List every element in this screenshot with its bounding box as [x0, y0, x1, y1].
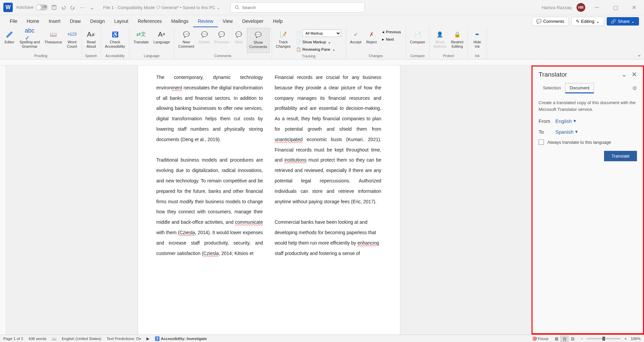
text-predictions-status[interactable]: Text Predictions: On	[107, 337, 141, 341]
wordcount-button[interactable]: ≡123Word Count	[65, 28, 80, 53]
language-group-label: Language	[144, 53, 159, 58]
language-status[interactable]: English (United States)	[62, 337, 101, 341]
show-comments-button[interactable]: 💬Show Comments	[247, 28, 269, 53]
zoom-slider[interactable]	[587, 338, 620, 339]
autosave-toggle[interactable]: AutoSave	[16, 4, 48, 10]
track-changes-button[interactable]: 📝Track Changes	[274, 28, 293, 53]
markup-select[interactable]: 📄 All Markup	[294, 29, 343, 38]
editor-button[interactable]: Editor	[2, 28, 17, 53]
tab-layout[interactable]: Layout	[109, 16, 133, 27]
column-2[interactable]: Financial records are crucial for any bu…	[275, 72, 381, 335]
toggle-switch[interactable]	[36, 4, 48, 10]
accept-button[interactable]: ✓Accept	[348, 28, 364, 53]
editing-button[interactable]: ✎ Editing ⌄	[571, 17, 604, 26]
user-avatar[interactable]: HR	[577, 3, 585, 12]
tab-design[interactable]: Design	[86, 16, 110, 27]
block-authors-button: 👤Block Authors	[431, 28, 448, 53]
save-icon[interactable]	[51, 4, 57, 10]
language-label: Language	[153, 40, 170, 44]
spell-check-icon[interactable]: 📖	[52, 336, 56, 341]
share-button[interactable]: 🔗 Share ⌄	[607, 17, 639, 26]
accessibility-status[interactable]: ♿ Accessibility: Investigate	[155, 336, 207, 341]
tab-draw[interactable]: Draw	[65, 16, 86, 27]
minimize-icon[interactable]: ─	[590, 2, 604, 12]
accessibility-group-label: Accessibility	[105, 53, 125, 58]
collapse-ribbon-icon[interactable]: ⌄	[637, 51, 641, 58]
zoom-out-icon[interactable]: −	[581, 337, 583, 341]
vertical-ruler[interactable]	[0, 66, 6, 335]
show-markup-item[interactable]: 📄 Show Markup ⌄	[294, 39, 343, 45]
ink-group-label: Ink	[475, 53, 479, 58]
thesaurus-button[interactable]: 📖Thesaurus	[43, 28, 64, 53]
tab-help[interactable]: Help	[268, 16, 287, 27]
tab-home[interactable]: Home	[22, 16, 44, 27]
qat-dropdown-icon[interactable]: ⌄	[89, 4, 95, 10]
tab-mailings[interactable]: Mailings	[167, 16, 193, 27]
text: Financial records are crucial for any bu…	[275, 75, 381, 132]
maximize-icon[interactable]: ▢	[609, 2, 622, 12]
prev-change-item[interactable]: ◂ Previous	[380, 29, 403, 35]
restrict-editing-button[interactable]: 🔒Restrict Editing	[449, 28, 465, 53]
always-translate-row: Always translate to this language	[539, 139, 637, 145]
comments-button[interactable]: 💬 Comments	[532, 17, 569, 26]
zoom-level[interactable]: 100%	[631, 337, 641, 341]
new-comment-label: New Comment	[178, 40, 194, 49]
tab-references[interactable]: References	[133, 16, 167, 27]
undo-icon[interactable]	[60, 4, 66, 10]
column-1[interactable]: The contemporary, dynamic technology env…	[156, 72, 263, 335]
reviewing-pane-item[interactable]: 📋 Reviewing Pane ⌄	[294, 46, 343, 53]
tab-insert[interactable]: Insert	[44, 16, 65, 27]
from-language-row: From English ▾	[539, 118, 637, 124]
spelling-button[interactable]: abc✓Spelling and Grammar	[17, 28, 42, 53]
web-layout-icon[interactable]: ▨	[568, 336, 577, 342]
new-comment-button[interactable]: 💬New Comment	[176, 28, 196, 53]
redo-icon[interactable]	[70, 4, 76, 10]
document-title[interactable]: File 1 - Compatibility Mode 🛡 General* •…	[103, 5, 220, 10]
zoom-in-icon[interactable]: +	[625, 337, 627, 341]
thesaurus-label: Thesaurus	[45, 40, 62, 44]
qat-more-icon[interactable]: ⋯	[79, 4, 85, 10]
translator-settings-icon[interactable]: ⚙	[632, 85, 637, 91]
from-label: From	[539, 118, 552, 124]
translate-button[interactable]: ⇄文Translate	[131, 28, 150, 53]
user-name[interactable]: Hamza Razzaq	[542, 5, 571, 10]
tab-view[interactable]: View	[218, 16, 237, 27]
close-icon[interactable]: ✕	[627, 2, 641, 12]
pane-collapse-icon[interactable]: ⌄	[622, 71, 627, 78]
check-accessibility-button[interactable]: ♿Check Accessibility	[103, 28, 127, 53]
focus-mode[interactable]: 🎯 Focus	[532, 336, 549, 341]
tab-developer[interactable]: Developer	[237, 16, 268, 27]
always-translate-checkbox[interactable]	[539, 139, 544, 145]
document-scroll[interactable]: The contemporary, dynamic technology env…	[6, 66, 532, 335]
pane-close-icon[interactable]: ✕	[632, 71, 637, 78]
markup-dropdown[interactable]: All Markup	[303, 30, 341, 37]
horizontal-ruler[interactable]	[0, 59, 644, 66]
macro-status-icon[interactable]: ▶	[146, 336, 149, 341]
from-language-select[interactable]: English ▾	[555, 118, 576, 124]
comments-group-label: Comments	[214, 53, 231, 58]
tab-review[interactable]: Review	[193, 16, 218, 27]
language-button[interactable]: A⚙Language	[151, 28, 172, 53]
print-layout-icon[interactable]: ▤	[560, 336, 568, 342]
changes-nav: ◂ Previous ▸ Next	[379, 28, 404, 43]
read-aloud-button[interactable]: A🔊Read Aloud	[84, 28, 99, 53]
search-input[interactable]	[242, 5, 360, 10]
read-mode-icon[interactable]: ▦	[552, 336, 560, 342]
next-change-item[interactable]: ▸ Next	[380, 36, 403, 43]
translate-button[interactable]: Translate	[604, 151, 637, 161]
page[interactable]: The contemporary, dynamic technology env…	[138, 66, 400, 335]
compare-button[interactable]: 📄Compare	[408, 28, 427, 53]
search-box[interactable]	[230, 2, 365, 12]
tab-selection[interactable]: Selection	[539, 83, 565, 93]
to-language-select[interactable]: Spanish ▾	[555, 129, 578, 135]
page-status[interactable]: Page 1 of 2	[3, 337, 23, 341]
hide-ink-button[interactable]: ✒Hide Ink	[470, 28, 485, 53]
document-area: The contemporary, dynamic technology env…	[6, 66, 644, 335]
reject-button[interactable]: ✗Reject	[364, 28, 379, 53]
speech-group-label: Speech	[85, 53, 97, 58]
group-comments: 💬New Comment 💬Delete 💬Previous 💬Next 💬Sh…	[174, 27, 272, 59]
text: must protect them so they can be retriev…	[275, 157, 381, 204]
tab-document[interactable]: Document	[565, 83, 594, 93]
tab-file[interactable]: File	[5, 16, 22, 27]
word-count-status[interactable]: 436 words	[29, 337, 46, 341]
